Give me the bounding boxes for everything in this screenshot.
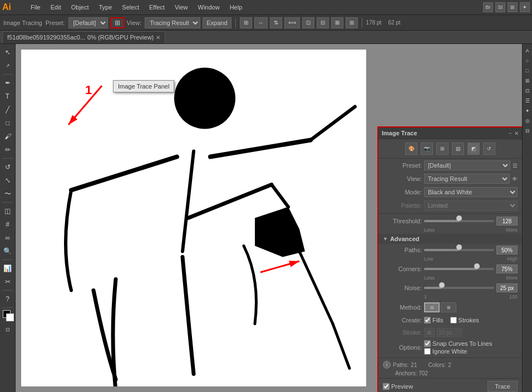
panel-preset-select[interactable]: [Default] [424, 160, 510, 170]
stroke-color[interactable] [6, 313, 14, 321]
toolbar-icon-6[interactable]: ⊟ [317, 17, 329, 28]
toolbar-icon-4[interactable]: ⟺ [284, 17, 300, 28]
view-eye-icon[interactable]: 👁 [512, 176, 518, 182]
noise-min-label: 1 [424, 294, 427, 300]
share-icon[interactable]: ⊞ [508, 2, 518, 12]
svg-line-4 [311, 107, 355, 140]
right-panel-btn-6[interactable]: ☰ [523, 96, 532, 105]
noise-slider-container[interactable] [424, 284, 494, 292]
advanced-section-header[interactable]: ▼ Advanced [378, 234, 522, 244]
menu-edit[interactable]: Edit [46, 3, 66, 12]
gradient-tool[interactable]: ◫ [2, 205, 14, 217]
menu-effect[interactable]: Effect [145, 3, 169, 12]
threshold-min-label: Less [424, 227, 435, 233]
snap-curves-checkbox[interactable] [424, 340, 431, 347]
toolbar-icon-8[interactable]: ⊞ [346, 17, 358, 28]
panel-minimize-button[interactable]: − [509, 130, 512, 136]
fills-checkbox-label[interactable]: Fills [424, 317, 444, 324]
noise-slider-thumb[interactable] [439, 282, 445, 288]
threshold-slider-container[interactable] [424, 217, 494, 225]
strokes-checkbox-label[interactable]: Strokes [450, 317, 479, 324]
preview-checkbox-label[interactable]: Preview [383, 383, 413, 390]
right-panel-btn-4[interactable]: ⊞ [523, 76, 532, 85]
low-color-icon[interactable]: ⊞ [436, 143, 449, 155]
menu-file[interactable]: File [26, 3, 45, 12]
behance-icon[interactable]: ✦ [520, 2, 530, 12]
right-panel-btn-2[interactable]: ○ [523, 56, 532, 65]
info-icon[interactable]: i [383, 361, 391, 369]
trace-button[interactable]: Trace [487, 381, 518, 392]
type-tool[interactable]: T [2, 90, 14, 102]
menu-type[interactable]: Type [95, 3, 117, 12]
paintbrush-tool[interactable]: 🖌 [2, 130, 14, 143]
fills-checkbox[interactable] [424, 317, 431, 324]
line-tool[interactable]: ╱ [2, 104, 14, 116]
snap-curves-label[interactable]: Snap Curves To Lines [424, 340, 492, 347]
menu-object[interactable]: Object [67, 3, 93, 12]
preset-menu-icon[interactable]: ☰ [513, 163, 518, 169]
create-row: Create: Fills Strokes [378, 314, 522, 326]
preview-checkbox[interactable] [383, 383, 390, 390]
right-panel-btn-7[interactable]: ✦ [523, 106, 532, 115]
pencil-tool[interactable]: ✏ [2, 144, 14, 156]
ignore-white-label[interactable]: Ignore White [424, 348, 492, 355]
preset-select[interactable]: [Default] [68, 17, 108, 28]
method-abutting-button[interactable]: ⊟ [424, 302, 440, 312]
view-select[interactable]: Tracing Result [145, 17, 200, 28]
paths-max-label: High [507, 256, 518, 262]
threshold-slider-thumb[interactable] [456, 215, 462, 221]
paths-slider-container[interactable] [424, 246, 494, 254]
menu-help[interactable]: Help [225, 3, 247, 12]
select-tool[interactable]: ↖ [2, 46, 14, 58]
stroke-value-input[interactable] [437, 328, 462, 337]
panel-close-button[interactable]: ✕ [514, 130, 519, 136]
bridge-icon[interactable]: Br [483, 2, 493, 12]
image-trace-panel-button[interactable]: ⊞ [110, 17, 125, 28]
right-panel-btn-3[interactable]: □ [523, 66, 532, 75]
toolbar-icon-1[interactable]: ⊞ [240, 17, 252, 28]
menu-window[interactable]: Window [194, 3, 224, 12]
corners-slider-thumb[interactable] [474, 263, 480, 269]
bw-icon[interactable]: ◩ [467, 143, 480, 155]
panel-view-select[interactable]: Tracing Result [424, 174, 510, 184]
rotate-tool[interactable]: ↺ [2, 161, 14, 173]
direct-select-tool[interactable]: ↗ [2, 60, 14, 72]
expand-button[interactable]: Expand [203, 17, 231, 28]
toolbar-icon-3[interactable]: ⇅ [270, 17, 282, 28]
grayscale-icon[interactable]: ▤ [452, 143, 464, 155]
right-panel-btn-1[interactable]: A [523, 46, 532, 55]
paths-slider-thumb[interactable] [456, 244, 462, 250]
toolbar-icon-7[interactable]: ⊠ [331, 17, 343, 28]
menu-select[interactable]: Select [117, 3, 144, 12]
strokes-checkbox[interactable] [450, 317, 457, 324]
eyedropper-tool[interactable]: 🔍 [2, 245, 14, 257]
color-selector[interactable] [2, 310, 14, 322]
tab-close-button[interactable]: ✕ [156, 35, 160, 41]
panel-palette-select[interactable]: Limited [424, 200, 518, 210]
mesh-tool[interactable]: # [2, 218, 14, 231]
menu-view[interactable]: View [170, 3, 193, 12]
help-tool[interactable]: ? [2, 293, 14, 305]
right-panel-btn-5[interactable]: ⊡ [523, 86, 532, 95]
stock-icon[interactable]: St [495, 2, 505, 12]
screen-mode[interactable]: ⊡ [2, 324, 14, 336]
corners-slider-container[interactable] [424, 265, 494, 273]
slice-tool[interactable]: ✂ [2, 276, 14, 288]
scale-tool[interactable]: ⤡ [2, 174, 14, 187]
high-color-icon[interactable]: 📷 [421, 143, 433, 155]
right-panel-btn-8[interactable]: ◎ [523, 116, 532, 125]
auto-color-icon[interactable]: 🎨 [405, 143, 417, 155]
outline-icon[interactable]: ↺ [483, 143, 495, 155]
graph-tool[interactable]: 📊 [2, 262, 14, 275]
toolbar-icon-2[interactable]: ↔ [254, 17, 268, 28]
toolbar-icon-5[interactable]: ⊡ [302, 17, 314, 28]
warp-tool[interactable]: 〜 [2, 188, 14, 200]
shape-tool[interactable]: □ [2, 117, 14, 129]
blend-tool[interactable]: ∞ [2, 232, 14, 244]
pen-tool[interactable]: ✒ [2, 77, 14, 89]
right-panel-btn-9[interactable]: ⊟ [523, 126, 532, 135]
ignore-white-checkbox[interactable] [424, 348, 431, 355]
panel-mode-select[interactable]: Black and White [424, 187, 518, 197]
document-tab[interactable]: f51d08be05919290355ac0... 0% (RGB/GPU Pr… [2, 31, 165, 43]
method-overlapping-button[interactable]: ⊞ [441, 302, 456, 312]
